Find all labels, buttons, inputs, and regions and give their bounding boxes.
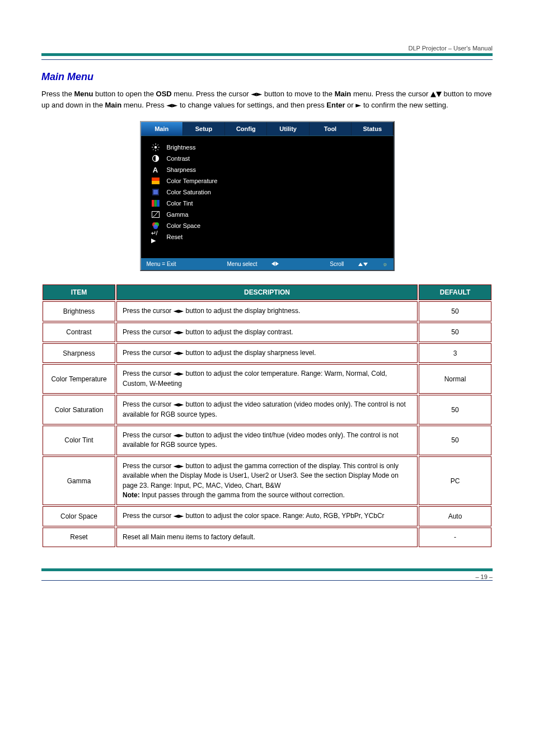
table-row: ContrastPress the cursor ◄► button to ad…	[43, 323, 491, 342]
cell-description: Press the cursor ◄► button to adjust the…	[116, 426, 418, 455]
cell-item: Color Saturation	[43, 395, 115, 424]
intro-text: to confirm the new setting.	[361, 101, 448, 109]
svg-rect-13	[153, 190, 158, 194]
cell-description: Press the cursor ◄► button to adjust the…	[116, 506, 418, 526]
left-right-arrows-icon	[271, 261, 279, 267]
up-down-arrows-icon	[358, 261, 368, 267]
brightness-small-icon: ☼	[382, 261, 387, 267]
osd-item-label: Color Temperature	[167, 178, 218, 184]
brightness-icon	[151, 143, 160, 151]
color-space-icon	[151, 222, 160, 230]
osd-item-brightness[interactable]: Brightness	[151, 142, 386, 153]
osd-item-label: Sharpness	[167, 166, 196, 173]
table-row: Color SpacePress the cursor ◄► button to…	[43, 506, 491, 526]
svg-rect-16	[157, 200, 160, 207]
intro-text: button to open the	[93, 90, 156, 98]
intro-text: to change values for settings, and then …	[177, 101, 326, 109]
svg-line-8	[153, 150, 154, 151]
svg-line-5	[153, 144, 154, 146]
cell-default: 3	[419, 343, 491, 363]
osd-item-label: Color Tint	[167, 200, 193, 207]
cell-item: Color Tint	[43, 426, 115, 455]
intro-main-word-2: Main	[105, 101, 121, 109]
osd-tab-config[interactable]: Config	[225, 122, 267, 136]
cell-default: 50	[419, 395, 491, 424]
osd-item-gamma[interactable]: Gamma	[151, 209, 386, 220]
cell-description: Press the cursor ◄► button to adjust the…	[116, 395, 418, 424]
osd-item-color-saturation[interactable]: Color Saturation	[151, 186, 386, 198]
svg-line-7	[157, 144, 158, 146]
table-header-row: ITEM DESCRIPTION DEFAULT	[43, 284, 491, 300]
svg-line-6	[157, 150, 158, 151]
osd-footer-exit: Menu = Exit	[147, 261, 176, 267]
intro-text: menu. Press	[121, 101, 166, 109]
osd-panel: Main Setup Config Utility Tool Status Br…	[140, 121, 395, 271]
table-row: Color TintPress the cursor ◄► button to …	[43, 426, 491, 455]
svg-rect-15	[154, 200, 157, 207]
cell-item: Sharpness	[43, 343, 115, 363]
th-default: DEFAULT	[419, 284, 491, 300]
osd-item-label: Color Saturation	[167, 189, 212, 195]
color-saturation-icon	[151, 188, 160, 196]
gamma-icon	[151, 211, 160, 218]
page-footer: – 19 –	[41, 568, 493, 581]
osd-item-label: Contrast	[167, 155, 190, 162]
table-row: Color TemperaturePress the cursor ◄► but…	[43, 364, 491, 394]
osd-item-color-tint[interactable]: Color Tint	[151, 198, 386, 209]
left-right-arrows-icon: ◄►	[174, 328, 184, 336]
osd-item-label: Brightness	[167, 144, 196, 151]
settings-table: ITEM DESCRIPTION DEFAULT BrightnessPress…	[41, 283, 493, 548]
osd-tab-setup[interactable]: Setup	[183, 122, 225, 136]
intro-text: menu. Press the cursor	[172, 90, 251, 98]
left-right-arrows-icon: ◄►	[166, 101, 177, 109]
osd-tab-tool[interactable]: Tool	[310, 122, 352, 136]
osd-item-sharpness[interactable]: A Sharpness	[151, 164, 386, 175]
color-temperature-icon	[151, 177, 160, 185]
intro-text: button to move to the	[262, 90, 334, 98]
cell-item: Reset	[43, 528, 115, 547]
page-title: Main Menu	[41, 71, 493, 83]
intro-main-word: Main	[335, 90, 352, 98]
cell-default: Auto	[419, 506, 491, 526]
intro-text: or	[345, 101, 356, 109]
sharpness-icon: A	[151, 166, 160, 174]
th-item: ITEM	[43, 284, 115, 300]
left-right-arrows-icon: ◄►	[174, 307, 184, 315]
left-right-arrows-icon: ◄►	[174, 370, 184, 377]
osd-footer-select: Menu select	[227, 261, 257, 267]
cell-item: Color Temperature	[43, 364, 115, 394]
osd-item-color-space[interactable]: Color Space	[151, 220, 386, 231]
osd-item-contrast[interactable]: Contrast	[151, 153, 386, 164]
intro-paragraph: Press the Menu button to open the OSD me…	[41, 88, 493, 111]
intro-menu-word: Menu	[74, 90, 93, 98]
svg-point-20	[153, 225, 158, 229]
osd-item-label: Color Space	[167, 222, 201, 229]
cell-item: Gamma	[43, 456, 115, 506]
th-desc: DESCRIPTION	[116, 284, 418, 300]
cell-item: Contrast	[43, 323, 115, 342]
header-rule-teal	[41, 53, 493, 56]
svg-rect-10	[152, 178, 160, 181]
left-right-arrows-icon: ◄►	[174, 462, 184, 470]
left-right-arrows-icon: ◄►	[174, 400, 184, 408]
osd-item-reset[interactable]: ↵/▶ Reset	[151, 231, 386, 242]
color-tint-icon	[151, 199, 160, 207]
contrast-icon	[151, 155, 160, 162]
intro-enter-word: Enter	[326, 101, 345, 109]
cell-description: Reset all Main menu items to factory def…	[116, 528, 418, 547]
osd-tab-utility[interactable]: Utility	[267, 122, 309, 136]
osd-item-color-temperature[interactable]: Color Temperature	[151, 175, 386, 186]
table-row: GammaPress the cursor ◄► button to adjus…	[43, 456, 491, 506]
right-arrow-icon: ►	[355, 101, 361, 109]
cell-description: Press the cursor ◄► button to adjust the…	[116, 323, 418, 342]
table-row: Color SaturationPress the cursor ◄► butt…	[43, 395, 491, 424]
osd-tab-status[interactable]: Status	[352, 122, 393, 136]
cell-default: 50	[419, 323, 491, 342]
cell-description: Press the cursor ◄► button to adjust the…	[116, 456, 418, 506]
page-header: DLP Projector – User's Manual	[41, 45, 493, 52]
svg-rect-14	[152, 200, 154, 207]
osd-tab-main[interactable]: Main	[141, 122, 183, 136]
up-down-arrows-icon: ▲▼	[430, 90, 442, 98]
cell-default: PC	[419, 456, 491, 506]
footer-page-number: – 19 –	[475, 573, 493, 580]
